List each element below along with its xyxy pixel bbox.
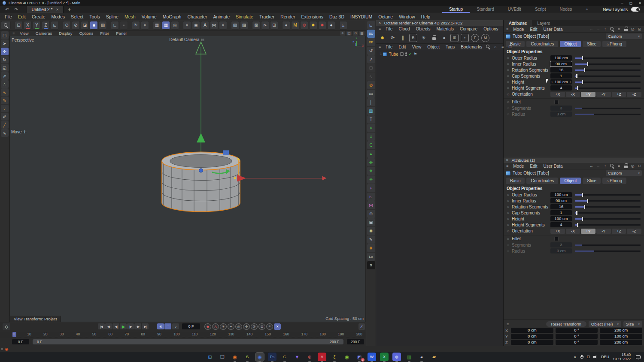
brush-icon[interactable]: ✐ (1, 113, 9, 121)
rotation-field[interactable]: 0 ° (556, 328, 598, 333)
value-field[interactable]: 16 (550, 204, 572, 209)
array-icon[interactable]: ❖ (367, 167, 375, 175)
obs-icon[interactable]: ◕ (417, 353, 426, 361)
toolbar-icon[interactable] (12, 21, 14, 30)
object-name[interactable]: Tube (389, 52, 398, 57)
value-slider[interactable] (575, 75, 641, 77)
search-icon[interactable] (1, 21, 11, 30)
property-tab[interactable]: Basic (506, 178, 525, 184)
preview-range-bar[interactable]: 0 F 200 F (33, 339, 343, 344)
minimize-button[interactable]: ─ (621, 1, 623, 5)
om-filter-icon[interactable]: ≡ (500, 44, 505, 50)
record-keyframe-button[interactable]: ◆ (204, 323, 211, 330)
octane-logo-icon[interactable]: ✹ (378, 34, 386, 42)
spline-pen-icon[interactable]: ∿ (1, 88, 9, 96)
size-field[interactable]: 200 cm (600, 340, 642, 345)
close-tab-icon[interactable]: ✕ (56, 8, 59, 12)
value-field[interactable]: 100 cm (550, 55, 572, 60)
metaball-icon[interactable]: ✤ (367, 158, 375, 166)
material-pencil-icon[interactable]: ✎ (367, 235, 375, 244)
render-settings-icon[interactable]: ⊞ (270, 21, 278, 30)
value-slider[interactable] (575, 200, 641, 202)
position-field[interactable]: 0 cm (511, 334, 553, 339)
rotation-field[interactable]: 0 ° (556, 340, 598, 345)
deformer-icon[interactable]: ✳ (367, 175, 375, 184)
goto-start-button[interactable]: |◀ (98, 323, 105, 329)
forward-icon[interactable]: → (595, 163, 601, 169)
cylinder-icon[interactable]: ▥ (367, 107, 375, 115)
viewport-menu-item[interactable]: Panel (112, 31, 130, 36)
viewport-menu-item[interactable]: Display (55, 31, 76, 36)
joint-icon[interactable]: ⅄ (367, 133, 375, 141)
pause-icon[interactable]: ∥ (399, 34, 407, 42)
object-manager-menu-item[interactable]: Tags (443, 45, 458, 49)
viewport-menu-icon[interactable]: ≡ (11, 31, 16, 36)
play-button[interactable]: ▶ (120, 323, 127, 329)
rotate-view-icon[interactable]: ↻ (353, 31, 358, 36)
value-slider[interactable] (575, 194, 641, 196)
tweak-icon[interactable]: ➤ (1, 39, 9, 47)
object-manager-menu-item[interactable]: Bookmarks (458, 45, 485, 49)
toolbar-icon[interactable] (180, 21, 182, 30)
value-slider[interactable] (575, 212, 641, 214)
export-arrow-icon[interactable]: ↗ (367, 55, 375, 63)
coord-system-icon[interactable]: ↻ (132, 21, 140, 30)
filter-icon[interactable]: ≡ (616, 27, 622, 32)
light-icon[interactable]: ✺ (367, 227, 375, 235)
autokey-button[interactable]: A (212, 323, 219, 330)
key-dot-icon[interactable]: ◇ (506, 205, 510, 208)
refresh-icon[interactable]: ⟳ (389, 34, 397, 42)
sketch-pen-icon[interactable]: ✎ (1, 97, 9, 104)
autokey-lock-button[interactable]: ✕ (274, 323, 281, 330)
value-slider[interactable] (575, 87, 641, 89)
tool-gear-icon[interactable]: ✳ (219, 21, 227, 30)
property-tab[interactable]: Object (560, 41, 581, 47)
viewport-canvas[interactable]: Perspective Default Camera ▤ Y Z X Move … (9, 36, 366, 322)
new-tab-button[interactable]: + (64, 6, 75, 12)
toolbar-icon[interactable] (228, 21, 230, 30)
octane-menu-item[interactable]: File (383, 27, 395, 31)
up-icon[interactable]: ↑ (602, 27, 608, 32)
attributes2-close-icon[interactable]: ✕ (506, 158, 509, 162)
value-slider[interactable] (575, 218, 641, 220)
view-label[interactable]: Perspective (12, 38, 34, 42)
value-field[interactable]: 1 (550, 210, 572, 215)
key-dot-icon[interactable]: ◇ (506, 68, 510, 72)
symmetry-purple-icon[interactable]: ⋈ (367, 201, 375, 209)
orientation-button[interactable]: -Z (627, 229, 641, 234)
key-dot-icon[interactable]: ◇ (506, 74, 510, 78)
value-field[interactable]: 1 (550, 73, 572, 78)
record-position-button[interactable]: ✛ (243, 323, 250, 330)
sphere-white-icon[interactable]: ● (327, 21, 335, 30)
scale-icon[interactable]: ◱ (1, 64, 9, 72)
size-field[interactable]: 200 cm (600, 328, 642, 333)
orientation-button[interactable]: -X (566, 229, 580, 234)
value-field[interactable]: 100 cm (550, 216, 572, 221)
rotate-icon[interactable]: ↻ (1, 56, 9, 63)
material-pin-icon[interactable]: M (481, 34, 489, 42)
viewport-menu-item[interactable]: View (16, 31, 32, 36)
filter-icon[interactable]: ≡ (616, 163, 622, 169)
menu-item[interactable]: Create (29, 14, 49, 19)
menu-item[interactable]: Spline (103, 14, 122, 19)
reset-transform-button[interactable]: Reset Transform (546, 321, 586, 327)
attributes-menu-item[interactable]: Edit (527, 27, 540, 32)
preset-dropdown[interactable]: Custom (606, 170, 642, 176)
menu-item[interactable]: Daz 3D (326, 14, 347, 19)
pan-view-icon[interactable]: ✛ (340, 31, 345, 36)
firefox-icon[interactable]: ◉ (231, 353, 239, 361)
key-dot-icon[interactable]: ◇ (506, 199, 510, 202)
character-icon[interactable]: C (367, 141, 375, 149)
focus-pin-icon[interactable]: F (471, 34, 479, 42)
attributes-menu-item[interactable]: User Data (541, 27, 566, 32)
gear-hex-icon[interactable]: ✳ (183, 21, 191, 30)
redo-loop-icon[interactable]: ↺ (367, 47, 375, 55)
undo-icon[interactable]: ↶ (3, 7, 12, 12)
orientation-button[interactable]: -Z (627, 92, 641, 97)
excel-icon[interactable]: X (380, 353, 389, 361)
workplane-mode-icon[interactable]: ▪ (120, 21, 128, 30)
fillet-checkbox[interactable] (554, 237, 559, 241)
attributes-tab[interactable]: Attributes (504, 20, 532, 26)
rig-icon[interactable]: ▲ (367, 150, 375, 158)
y-axis-lock[interactable]: Y (33, 21, 41, 30)
